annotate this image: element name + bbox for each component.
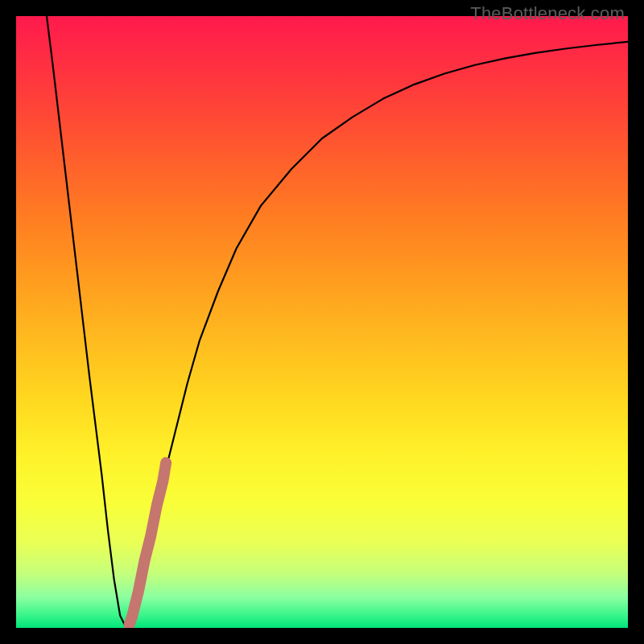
watermark-text: TheBottleneck.com: [470, 3, 625, 24]
chart-frame: TheBottleneck.com: [0, 0, 644, 644]
gradient-plot-area: [16, 16, 628, 628]
